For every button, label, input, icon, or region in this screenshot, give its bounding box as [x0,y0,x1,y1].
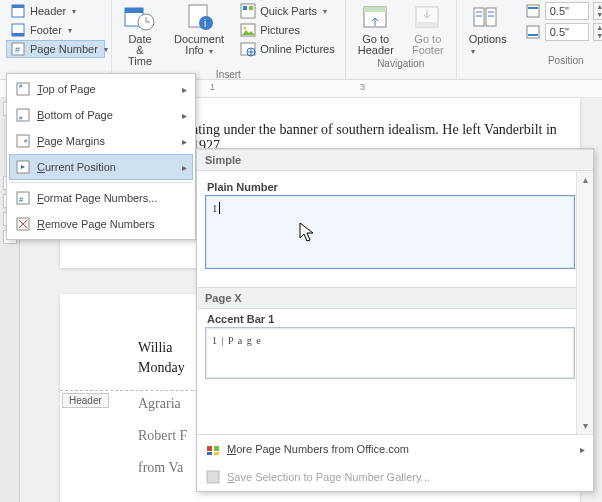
date-time-button[interactable]: Date & Time [118,2,162,69]
footer-label: Footer [30,24,62,36]
menu-current-position[interactable]: Current Position ▸ [9,154,193,180]
preview-text: 1 [212,202,220,214]
chevron-down-icon: ▾ [209,47,213,56]
ribbon: Header▾ Footer▾ # Page Number▾ Date & Ti… [0,0,602,80]
date-time-label: Date & Time [124,34,156,67]
online-pictures-label: Online Pictures [260,43,335,55]
quick-parts-button[interactable]: Quick Parts▾ [236,2,339,20]
online-pictures-button[interactable]: Online Pictures [236,40,339,58]
gallery-section-pagex: Page X [197,287,593,309]
document-info-label: Document Info ▾ [174,34,224,57]
remove-numbers-icon [15,216,31,232]
page-bottom-icon: # [15,107,31,123]
svg-rect-26 [527,26,539,38]
quick-parts-icon [240,3,256,19]
svg-text:i: i [204,18,206,29]
svg-rect-20 [364,7,386,12]
spinner[interactable]: ▲▼ [593,23,602,41]
more-page-numbers-office[interactable]: More Page Numbers from Office.com ▸ [197,435,593,463]
online-pictures-icon [240,41,256,57]
gallery-option-accent-bar-1[interactable]: 1 | P a g e [205,327,575,379]
menu-bottom-of-page[interactable]: # Bottom of Page ▸ [9,102,193,128]
header-icon [10,3,26,19]
header-from-top-value: 0.5" [550,5,569,17]
menu-label: Remove Page Numbers [37,218,154,230]
header-label: Header [30,5,66,17]
calendar-clock-icon [124,4,156,32]
svg-rect-1 [12,5,24,8]
footer-label: Save Selection to Page Number Gallery... [227,471,430,483]
page-number-icon: # [10,41,26,57]
page-number-gallery: Simple Plain Number 1 Page X Accent Bar … [196,148,594,492]
pictures-button[interactable]: Pictures [236,21,339,39]
page-top-icon: # [15,81,31,97]
scroll-down-icon[interactable]: ▾ [577,417,593,434]
pictures-icon [240,22,256,38]
body-text: Robert F [138,428,187,444]
save-selection-gallery: Save Selection to Page Number Gallery... [197,463,593,491]
gallery-option-title: Plain Number [207,181,575,193]
menu-format-page-numbers[interactable]: # Format Page Numbers... [9,185,193,211]
header-dropdown[interactable]: Header▾ [6,2,105,20]
body-text: Monday [138,360,185,376]
menu-remove-page-numbers[interactable]: Remove Page Numbers [9,211,193,237]
margin-bottom-icon [525,24,541,40]
submenu-arrow-icon: ▸ [182,110,187,121]
goto-footer-button: Go to Footer [406,2,450,58]
menu-label: Page Margins [37,135,105,147]
options-button[interactable]: Options▾ [463,2,513,59]
goto-header-button[interactable]: Go to Header [352,2,400,58]
options-icon [472,4,504,32]
menu-label: Bottom of Page [37,109,113,121]
current-position-icon [15,159,31,175]
svg-rect-39 [207,452,212,455]
goto-header-icon [360,4,392,32]
spinner[interactable]: ▲▼ [593,2,602,20]
submenu-arrow-icon: ▸ [182,84,187,95]
page-number-menu: # TTop of Pageop of Page ▸ # Bottom of P… [6,73,196,240]
group-label-navigation: Navigation [377,58,424,71]
gallery-option-plain-number[interactable]: 1 [205,195,575,269]
footer-from-bottom-value: 0.5" [550,26,569,38]
body-text: Willia [138,340,172,356]
svg-rect-38 [214,446,219,451]
submenu-arrow-icon: ▸ [182,136,187,147]
svg-rect-3 [12,33,24,36]
goto-footer-label: Go to Footer [412,34,444,56]
scrollbar[interactable]: ▴ ▾ [576,171,593,434]
ruler-mark: 1 [210,82,215,92]
scroll-up-icon[interactable]: ▴ [577,171,593,188]
document-info-icon: i [183,4,215,32]
gallery-body: Plain Number 1 Page X Accent Bar 1 1 | P… [197,171,593,434]
margin-top-icon [525,3,541,19]
body-text: Agraria [138,396,181,412]
menu-top-of-page[interactable]: # TTop of Pageop of Page ▸ [9,76,193,102]
document-info-button[interactable]: i Document Info ▾ [168,2,230,59]
pictures-label: Pictures [260,24,300,36]
footer-label: More Page Numbers from Office.com [227,443,409,455]
svg-point-16 [244,27,247,30]
menu-page-margins[interactable]: # Page Margins ▸ [9,128,193,154]
footer-dropdown[interactable]: Footer▾ [6,21,105,39]
submenu-arrow-icon: ▸ [182,162,187,173]
svg-rect-41 [207,471,219,483]
save-icon [205,469,221,485]
format-numbers-icon: # [15,190,31,206]
chevron-down-icon: ▾ [323,7,327,16]
svg-rect-37 [207,446,212,451]
footer-icon [10,22,26,38]
chevron-down-icon: ▾ [471,47,475,56]
chevron-down-icon: ▾ [68,26,72,35]
svg-rect-40 [214,452,219,455]
menu-label: TTop of Pageop of Page [37,83,96,95]
footer-from-bottom-input[interactable]: 0.5" ▲▼ [525,23,602,41]
chevron-down-icon: ▾ [72,7,76,16]
menu-label: Format Page Numbers... [37,192,157,204]
header-from-top-input[interactable]: 0.5" ▲▼ [525,2,602,20]
header-area-tag: Header [62,393,109,408]
body-text: from Va [138,460,183,476]
svg-rect-13 [243,6,247,10]
page-number-dropdown[interactable]: # Page Number▾ [6,40,105,58]
svg-text:#: # [15,45,20,55]
gallery-footer: More Page Numbers from Office.com ▸ Save… [197,434,593,491]
